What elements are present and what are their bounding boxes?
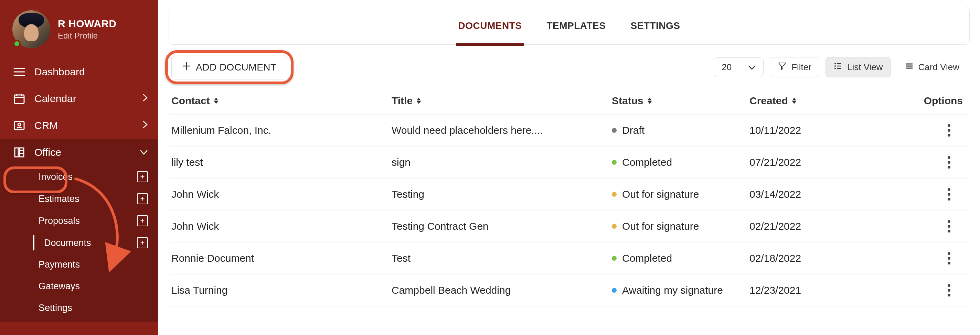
status-text: Out for signature — [622, 221, 699, 232]
card-icon — [905, 62, 913, 73]
sidebar-sub-label: Proposals — [38, 216, 80, 226]
svg-rect-3 — [14, 95, 24, 103]
chevron-down-icon — [140, 148, 148, 157]
card-view-label: Card View — [918, 62, 959, 73]
add-document-button[interactable]: ADD DOCUMENT — [171, 55, 287, 79]
table-row[interactable]: Millenium Falcon, Inc.Would need placeho… — [169, 114, 970, 146]
cell-title: Test — [391, 252, 612, 264]
col-label: Contact — [171, 95, 210, 106]
col-label: Title — [391, 95, 412, 106]
list-icon — [834, 62, 842, 73]
status-dot-icon — [612, 288, 617, 293]
cell-status: Completed — [612, 157, 749, 168]
sort-icon — [791, 97, 797, 104]
plus-icon[interactable]: + — [137, 237, 148, 248]
sidebar-sub-invoices[interactable]: Invoices + — [0, 166, 158, 188]
cell-title: Testing — [391, 189, 612, 200]
sidebar-sub-gateways[interactable]: Gateways — [0, 276, 158, 297]
sidebar-sub-estimates[interactable]: Estimates + — [0, 188, 158, 210]
col-created[interactable]: Created — [749, 95, 908, 106]
table-row[interactable]: Ronnie DocumentTestCompleted02/18/2022 — [169, 243, 970, 275]
card-view-button[interactable]: Card View — [897, 57, 967, 77]
sidebar-sub-label: Estimates — [38, 194, 80, 204]
office-icon — [13, 146, 26, 158]
cell-status: Awaiting my signature — [612, 284, 749, 296]
main-content: DOCUMENTS TEMPLATES SETTINGS ADD DOCUMEN… — [158, 0, 980, 335]
sidebar-item-crm[interactable]: CRM — [0, 112, 158, 139]
cell-title: Campbell Beach Wedding — [391, 284, 612, 296]
col-label: Created — [749, 95, 788, 106]
presence-dot — [13, 40, 21, 48]
svg-marker-26 — [417, 98, 421, 100]
table-row[interactable]: lily testsignCompleted07/21/2022 — [169, 146, 970, 178]
plus-icon[interactable]: + — [137, 215, 148, 226]
sidebar-item-dashboard[interactable]: Dashboard — [0, 59, 158, 85]
tab-settings[interactable]: SETTINGS — [628, 20, 682, 31]
table-row[interactable]: John WickTesting Contract GenOut for sig… — [169, 211, 970, 243]
sidebar-sub-settings[interactable]: Settings — [0, 297, 158, 319]
documents-table: Contact Title Status — [169, 87, 970, 306]
table-row[interactable]: John WickTestingOut for signature03/14/2… — [169, 178, 970, 211]
col-label: Status — [612, 95, 643, 106]
cell-title: Would need placeholders here.... — [391, 124, 612, 136]
menu-icon — [13, 67, 26, 77]
filter-button[interactable]: Filter — [770, 57, 819, 78]
status-text: Draft — [622, 124, 644, 136]
col-options: Options — [908, 95, 963, 106]
sort-icon — [213, 97, 219, 104]
tab-documents[interactable]: DOCUMENTS — [456, 20, 524, 31]
svg-point-8 — [18, 123, 21, 126]
edit-profile-link[interactable]: Edit Profile — [58, 31, 117, 41]
sidebar-sub-label: Invoices — [38, 171, 73, 182]
cell-created: 03/14/2022 — [749, 189, 908, 200]
status-text: Completed — [622, 157, 672, 168]
cell-status: Out for signature — [612, 221, 749, 232]
cell-created: 10/11/2022 — [749, 124, 908, 136]
cell-options — [908, 282, 963, 298]
svg-rect-9 — [15, 148, 18, 157]
svg-marker-31 — [792, 101, 796, 104]
sidebar-item-label: CRM — [34, 120, 58, 132]
sidebar-sub-payments[interactable]: Payments — [0, 254, 158, 276]
row-options-button[interactable] — [946, 218, 953, 235]
col-label: Options — [924, 95, 963, 106]
row-options-button[interactable] — [946, 282, 953, 298]
cell-contact: John Wick — [171, 221, 391, 232]
plus-icon[interactable]: + — [137, 171, 148, 182]
svg-marker-28 — [648, 98, 652, 100]
sidebar-sub-label: Settings — [38, 303, 72, 313]
svg-marker-29 — [648, 101, 652, 104]
status-text: Awaiting my signature — [622, 284, 723, 296]
page-size-select[interactable]: 20 — [714, 57, 764, 77]
cell-status: Completed — [612, 252, 749, 264]
svg-marker-30 — [792, 98, 796, 100]
office-subnav: Invoices + Estimates + Proposals + Docum… — [0, 166, 158, 322]
table-row[interactable]: Lisa TurningCampbell Beach WeddingAwaiti… — [169, 275, 970, 306]
sidebar-sub-documents[interactable]: Documents + — [0, 232, 158, 254]
col-status[interactable]: Status — [612, 95, 749, 106]
sidebar-sub-label: Gateways — [38, 281, 80, 292]
chevron-right-icon — [142, 121, 148, 131]
col-title[interactable]: Title — [391, 95, 612, 106]
status-dot-icon — [612, 256, 617, 261]
svg-marker-27 — [417, 101, 421, 104]
add-document-label: ADD DOCUMENT — [196, 62, 277, 73]
sidebar-item-calendar[interactable]: Calendar — [0, 85, 158, 112]
sidebar-item-office[interactable]: Office — [0, 139, 158, 166]
cell-contact: Ronnie Document — [171, 252, 391, 264]
cell-title: sign — [391, 157, 612, 168]
row-options-button[interactable] — [946, 250, 953, 267]
sidebar-sub-proposals[interactable]: Proposals + — [0, 210, 158, 232]
tab-templates[interactable]: TEMPLATES — [544, 20, 608, 31]
row-options-button[interactable] — [946, 122, 953, 139]
cell-options — [908, 154, 963, 171]
row-options-button[interactable] — [946, 186, 953, 203]
cell-status: Draft — [612, 124, 749, 136]
col-contact[interactable]: Contact — [171, 95, 391, 106]
row-options-button[interactable] — [946, 154, 953, 171]
cell-status: Out for signature — [612, 189, 749, 200]
list-view-button[interactable]: List View — [826, 57, 891, 78]
plus-icon[interactable]: + — [137, 193, 148, 204]
svg-point-17 — [834, 68, 836, 69]
cell-contact: Millenium Falcon, Inc. — [171, 124, 391, 136]
